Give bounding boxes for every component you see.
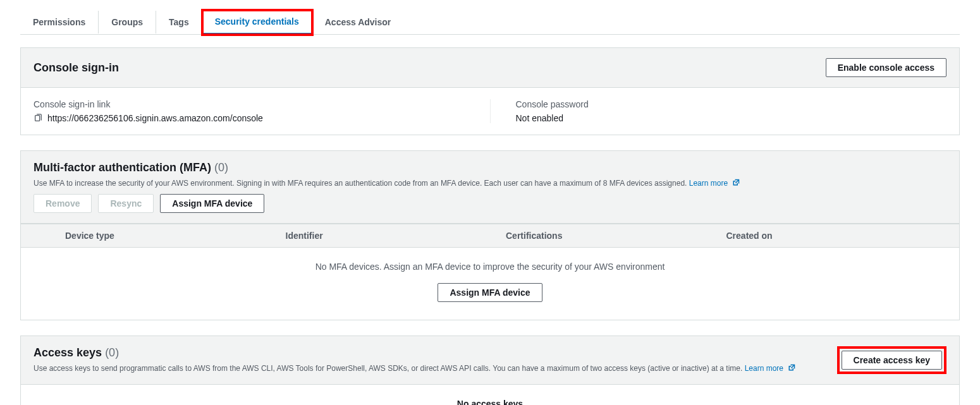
access-keys-panel: Access keys (0) Use access keys to send … bbox=[20, 335, 960, 405]
mfa-learn-more-link[interactable]: Learn more bbox=[689, 179, 740, 188]
external-link-icon bbox=[732, 179, 740, 186]
mfa-remove-button: Remove bbox=[34, 194, 92, 213]
tab-groups[interactable]: Groups bbox=[99, 11, 156, 33]
create-access-key-button[interactable]: Create access key bbox=[842, 351, 942, 370]
mfa-assign-button[interactable]: Assign MFA device bbox=[160, 194, 264, 213]
mfa-resync-button: Resync bbox=[98, 194, 154, 213]
mfa-table-header: Device type Identifier Certifications Cr… bbox=[21, 224, 959, 248]
mfa-empty-assign-button[interactable]: Assign MFA device bbox=[438, 283, 542, 302]
console-signin-link-value: https://066236256106.signin.aws.amazon.c… bbox=[47, 113, 263, 123]
console-signin-panel: Console sign-in Enable console access Co… bbox=[20, 47, 960, 135]
copy-icon[interactable] bbox=[34, 114, 42, 123]
tab-security-credentials[interactable]: Security credentials bbox=[202, 10, 312, 35]
create-access-key-highlight: Create access key bbox=[837, 346, 946, 374]
access-keys-title: Access keys bbox=[34, 346, 102, 359]
access-keys-empty-title: No access keys bbox=[34, 399, 946, 405]
console-password-label: Console password bbox=[516, 99, 947, 109]
mfa-empty-message: No MFA devices. Assign an MFA device to … bbox=[34, 262, 946, 272]
enable-console-access-button[interactable]: Enable console access bbox=[826, 58, 946, 77]
mfa-description: Use MFA to increase the security of your… bbox=[34, 179, 687, 188]
tabs-bar: Permissions Groups Tags Security credent… bbox=[20, 0, 960, 35]
external-link-icon bbox=[788, 364, 795, 372]
console-signin-link-label: Console sign-in link bbox=[34, 99, 465, 109]
col-device-type: Device type bbox=[65, 231, 286, 241]
col-created-on: Created on bbox=[726, 231, 947, 241]
tab-tags[interactable]: Tags bbox=[156, 11, 202, 33]
mfa-count: (0) bbox=[214, 161, 228, 174]
col-certifications: Certifications bbox=[506, 231, 726, 241]
tab-access-advisor[interactable]: Access Advisor bbox=[312, 11, 404, 33]
access-keys-learn-more-link[interactable]: Learn more bbox=[745, 364, 796, 373]
svg-rect-0 bbox=[35, 116, 40, 121]
access-keys-count: (0) bbox=[105, 346, 119, 359]
console-signin-title: Console sign-in bbox=[34, 61, 119, 75]
col-identifier: Identifier bbox=[286, 231, 506, 241]
access-keys-description: Use access keys to send programmatic cal… bbox=[34, 364, 742, 373]
tab-permissions[interactable]: Permissions bbox=[20, 11, 99, 33]
mfa-panel: Multi-factor authentication (MFA) (0) Us… bbox=[20, 150, 960, 320]
console-password-value: Not enabled bbox=[516, 113, 947, 123]
mfa-title: Multi-factor authentication (MFA) bbox=[34, 161, 211, 174]
